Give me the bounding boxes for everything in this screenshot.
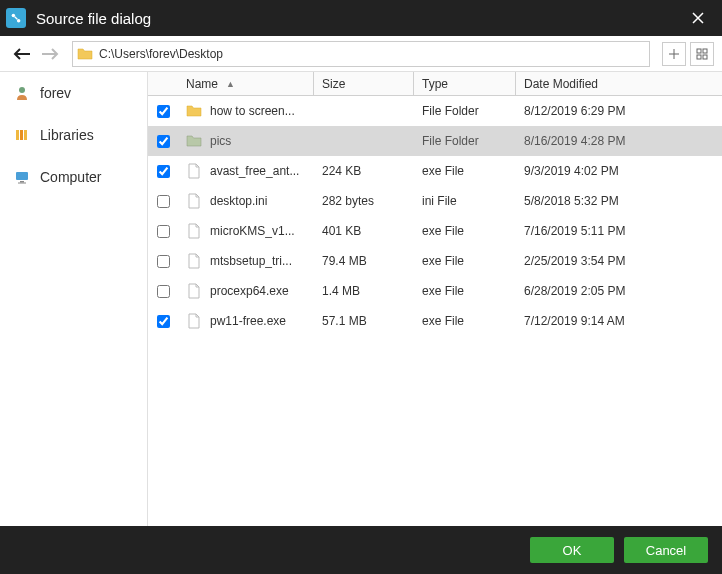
row-type: File Folder — [414, 134, 516, 148]
sidebar-item-computer[interactable]: Computer — [0, 162, 147, 192]
row-size: 79.4 MB — [314, 254, 414, 268]
path-text: C:\Users\forev\Desktop — [99, 47, 223, 61]
row-size: 1.4 MB — [314, 284, 414, 298]
row-type: exe File — [414, 254, 516, 268]
file-icon — [186, 223, 202, 239]
column-type[interactable]: Type — [414, 72, 516, 95]
row-name-cell: avast_free_ant... — [178, 163, 314, 179]
row-filename: pw11-free.exe — [210, 314, 286, 328]
svg-point-6 — [19, 87, 25, 93]
row-filename: procexp64.exe — [210, 284, 289, 298]
column-name[interactable]: Name ▲ — [178, 72, 314, 95]
computer-icon — [14, 169, 30, 185]
row-checkbox-cell — [148, 135, 178, 148]
title-bar: Source file dialog — [0, 0, 722, 36]
row-checkbox[interactable] — [157, 105, 170, 118]
back-button[interactable] — [8, 40, 36, 68]
row-modified: 7/12/2019 9:14 AM — [516, 314, 722, 328]
close-button[interactable] — [682, 2, 714, 34]
table-row[interactable]: mtsbsetup_tri...79.4 MBexe File2/25/2019… — [148, 246, 722, 276]
forward-button[interactable] — [36, 40, 64, 68]
row-checkbox[interactable] — [157, 225, 170, 238]
svg-rect-2 — [697, 49, 701, 53]
new-folder-button[interactable] — [662, 42, 686, 66]
row-checkbox[interactable] — [157, 135, 170, 148]
table-row[interactable]: microKMS_v1...401 KBexe File7/16/2019 5:… — [148, 216, 722, 246]
row-filename: mtsbsetup_tri... — [210, 254, 292, 268]
row-checkbox[interactable] — [157, 315, 170, 328]
row-type: File Folder — [414, 104, 516, 118]
table-row[interactable]: picsFile Folder8/16/2019 4:28 PM — [148, 126, 722, 156]
row-checkbox[interactable] — [157, 285, 170, 298]
svg-point-1 — [17, 19, 21, 23]
svg-rect-11 — [20, 181, 24, 183]
sidebar-item-label: Libraries — [40, 127, 94, 143]
row-name-cell: desktop.ini — [178, 193, 314, 209]
row-modified: 6/28/2019 2:05 PM — [516, 284, 722, 298]
row-name-cell: mtsbsetup_tri... — [178, 253, 314, 269]
sidebar-item-libraries[interactable]: Libraries — [0, 120, 147, 150]
folder-icon — [186, 103, 202, 119]
row-modified: 5/8/2018 5:32 PM — [516, 194, 722, 208]
row-checkbox-cell — [148, 255, 178, 268]
row-checkbox[interactable] — [157, 255, 170, 268]
file-icon — [186, 163, 202, 179]
row-name-cell: pw11-free.exe — [178, 313, 314, 329]
table-row[interactable]: pw11-free.exe57.1 MBexe File7/12/2019 9:… — [148, 306, 722, 336]
row-filename: desktop.ini — [210, 194, 267, 208]
file-icon — [186, 193, 202, 209]
content-area: forev Libraries Computer Name ▲ Size Typ… — [0, 72, 722, 526]
libraries-icon — [14, 127, 30, 143]
svg-rect-3 — [703, 49, 707, 53]
view-mode-button[interactable] — [690, 42, 714, 66]
file-icon — [186, 253, 202, 269]
table-row[interactable]: how to screen...File Folder8/12/2019 6:2… — [148, 96, 722, 126]
plus-icon — [668, 48, 680, 60]
file-listing: Name ▲ Size Type Date Modified how to sc… — [148, 72, 722, 526]
row-modified: 7/16/2019 5:11 PM — [516, 224, 722, 238]
row-type: exe File — [414, 314, 516, 328]
column-checkbox — [148, 72, 178, 95]
grid-icon — [696, 48, 708, 60]
svg-point-0 — [12, 14, 16, 18]
table-row[interactable]: procexp64.exe1.4 MBexe File6/28/2019 2:0… — [148, 276, 722, 306]
row-checkbox[interactable] — [157, 165, 170, 178]
arrow-left-icon — [13, 47, 31, 61]
row-name-cell: pics — [178, 133, 314, 149]
path-input[interactable]: C:\Users\forev\Desktop — [72, 41, 650, 67]
window-title: Source file dialog — [36, 10, 682, 27]
svg-rect-7 — [16, 130, 19, 140]
row-type: exe File — [414, 164, 516, 178]
row-name-cell: how to screen... — [178, 103, 314, 119]
row-filename: pics — [210, 134, 231, 148]
user-icon — [14, 85, 30, 101]
folder-icon — [186, 133, 202, 149]
column-modified[interactable]: Date Modified — [516, 72, 722, 95]
svg-rect-12 — [18, 183, 26, 184]
table-row[interactable]: avast_free_ant...224 KBexe File9/3/2019 … — [148, 156, 722, 186]
table-row[interactable]: desktop.ini282 bytesini File5/8/2018 5:3… — [148, 186, 722, 216]
row-filename: avast_free_ant... — [210, 164, 299, 178]
sidebar-item-label: Computer — [40, 169, 101, 185]
row-modified: 8/16/2019 4:28 PM — [516, 134, 722, 148]
row-modified: 2/25/2019 3:54 PM — [516, 254, 722, 268]
ok-button[interactable]: OK — [530, 537, 614, 563]
row-size: 224 KB — [314, 164, 414, 178]
sidebar-item-user[interactable]: forev — [0, 78, 147, 108]
svg-rect-9 — [24, 130, 27, 140]
row-type: exe File — [414, 224, 516, 238]
file-icon — [186, 313, 202, 329]
close-icon — [691, 11, 705, 25]
app-icon — [6, 8, 26, 28]
column-size[interactable]: Size — [314, 72, 414, 95]
row-checkbox-cell — [148, 285, 178, 298]
cancel-button[interactable]: Cancel — [624, 537, 708, 563]
svg-rect-4 — [697, 55, 701, 59]
footer: OK Cancel — [0, 526, 722, 574]
arrow-right-icon — [41, 47, 59, 61]
row-size: 57.1 MB — [314, 314, 414, 328]
row-checkbox-cell — [148, 105, 178, 118]
row-type: ini File — [414, 194, 516, 208]
sort-indicator-icon: ▲ — [226, 79, 235, 89]
row-checkbox[interactable] — [157, 195, 170, 208]
